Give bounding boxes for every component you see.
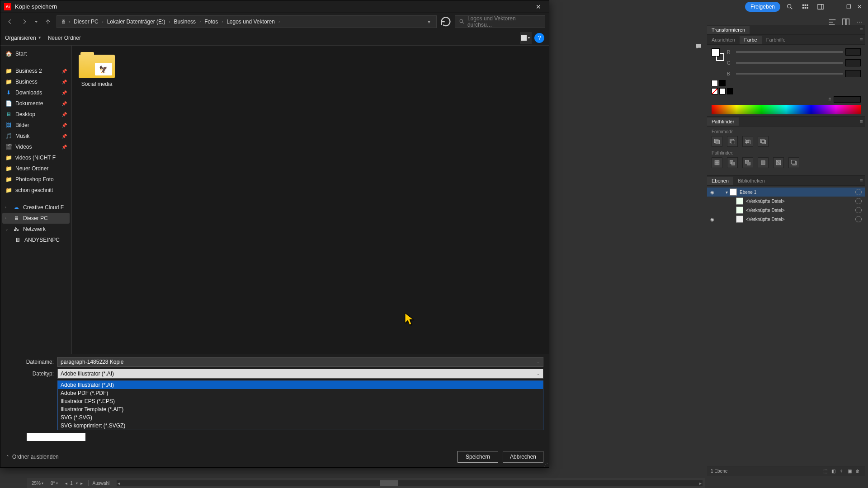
- target-icon[interactable]: [855, 189, 862, 195]
- sidebar-item[interactable]: 📁Photoshop Foto: [2, 174, 70, 185]
- panel-menu-icon[interactable]: ≡: [857, 27, 865, 33]
- unite-icon[interactable]: [712, 136, 722, 147]
- rotate-dropdown[interactable]: 0°▾: [49, 481, 60, 486]
- sidebar-item[interactable]: ⬇Downloads📌: [2, 87, 70, 98]
- visibility-icon[interactable]: ◉: [707, 190, 717, 195]
- make-clipping-icon[interactable]: ◧: [829, 467, 837, 475]
- sidebar-tree-item[interactable]: ›🖥Dieser PC: [2, 213, 70, 224]
- comments-icon[interactable]: [693, 41, 704, 52]
- breadcrumb-seg[interactable]: Fotos: [203, 18, 220, 26]
- sidebar-item[interactable]: 🎵Musik📌: [2, 131, 70, 141]
- color-spectrum[interactable]: [712, 105, 861, 114]
- file-list[interactable]: 🦅 Social media: [72, 46, 549, 354]
- help-button[interactable]: ?: [534, 33, 544, 43]
- fill-stroke-swatch[interactable]: [712, 48, 724, 61]
- breadcrumb-dropdown[interactable]: ▾: [425, 19, 434, 25]
- filetype-option[interactable]: Adobe Illustrator (*.AI): [58, 381, 543, 389]
- filename-input[interactable]: paragraph-1485228 Kopie⌄: [57, 357, 543, 367]
- outline-icon[interactable]: [773, 157, 784, 168]
- minus-back-icon[interactable]: [788, 157, 799, 168]
- tab-align[interactable]: Ausrichten: [707, 36, 740, 44]
- visibility-icon[interactable]: ◉: [707, 217, 717, 222]
- minus-front-icon[interactable]: [727, 136, 738, 147]
- target-icon[interactable]: [855, 198, 862, 204]
- resize-grip[interactable]: ⋰: [543, 464, 548, 466]
- new-folder-button[interactable]: Neuer Ordner: [48, 35, 81, 41]
- filetype-select[interactable]: Adobe Illustrator (*.AI)⌄: [57, 369, 543, 379]
- crop-icon[interactable]: [758, 157, 769, 168]
- breadcrumb-seg[interactable]: Business: [172, 18, 198, 26]
- h-scrollbar[interactable]: ◂▸: [117, 480, 703, 486]
- artboard-nav[interactable]: ◂ 1 ▾ ▸: [63, 481, 85, 486]
- breadcrumb-seg[interactable]: Dieser PC: [72, 18, 100, 26]
- r-slider[interactable]: [736, 51, 843, 53]
- close-button[interactable]: ✕: [532, 2, 545, 12]
- breadcrumb-seg[interactable]: Lokaler Datenträger (E:): [105, 18, 167, 26]
- delete-layer-icon[interactable]: 🗑: [854, 467, 862, 475]
- save-button[interactable]: Speichern: [458, 451, 498, 463]
- pin-icon[interactable]: 📌: [61, 134, 67, 139]
- sublayer-name[interactable]: <Verknüpfte Datei>: [746, 217, 855, 222]
- sidebar-item[interactable]: 🖼Bilder📌: [2, 120, 70, 131]
- sidebar-item[interactable]: 📁schon geschnitt: [2, 185, 70, 196]
- pin-icon[interactable]: 📌: [61, 69, 67, 74]
- new-layer-icon[interactable]: ▣: [845, 467, 854, 475]
- expand-icon[interactable]: ›: [5, 205, 9, 210]
- share-button[interactable]: Freigeben: [745, 2, 780, 12]
- expand-icon[interactable]: ›: [5, 216, 9, 221]
- b-value[interactable]: [845, 70, 861, 77]
- hex-input[interactable]: [834, 96, 861, 103]
- panel-menu-icon[interactable]: ≡: [857, 37, 865, 43]
- up-button[interactable]: [42, 16, 54, 28]
- pin-icon[interactable]: 📌: [61, 123, 67, 128]
- tab-libraries[interactable]: Bibliotheken: [733, 177, 769, 185]
- refresh-button[interactable]: [439, 15, 452, 28]
- layer-row[interactable]: ◉ <Verknüpfte Datei>: [707, 215, 865, 224]
- filetype-option[interactable]: SVG (*.SVG): [58, 413, 543, 422]
- arrange-icon[interactable]: [799, 1, 811, 13]
- window-restore[interactable]: ❐: [844, 2, 854, 12]
- sublayer-name[interactable]: <Verknüpfte Datei>: [746, 208, 855, 213]
- search-icon[interactable]: [784, 1, 796, 13]
- sidebar-tree-item[interactable]: ⌄🖧Netzwerk: [2, 224, 70, 235]
- sidebar-item[interactable]: 📄Dokumente📌: [2, 98, 70, 109]
- layer-name[interactable]: Ebene 1: [740, 190, 855, 195]
- tab-layers[interactable]: Ebenen: [707, 177, 733, 185]
- sidebar-item[interactable]: 🎬Videos📌: [2, 141, 70, 152]
- zoom-dropdown[interactable]: 25%▾: [30, 481, 45, 486]
- pin-icon[interactable]: 📌: [61, 101, 67, 106]
- hide-folders-toggle[interactable]: ⌃Ordner ausblenden: [6, 454, 59, 460]
- exclude-icon[interactable]: [758, 136, 769, 147]
- filetype-option[interactable]: SVG komprimiert (*.SVGZ): [58, 422, 543, 430]
- window-close[interactable]: ✕: [854, 2, 864, 12]
- white-swatch[interactable]: [719, 88, 726, 94]
- intersect-icon[interactable]: [742, 136, 753, 147]
- b-slider[interactable]: [736, 73, 843, 75]
- merge-icon[interactable]: [742, 157, 753, 168]
- organize-button[interactable]: Organisieren▼: [5, 35, 42, 41]
- target-icon[interactable]: [855, 216, 862, 222]
- mini-swatch[interactable]: [712, 80, 718, 86]
- sidebar-item[interactable]: 📁videos (NICHT F: [2, 152, 70, 163]
- panel-menu-icon[interactable]: ≡: [857, 178, 865, 184]
- trim-icon[interactable]: [727, 157, 738, 168]
- tab-color[interactable]: Farbe: [740, 36, 762, 44]
- sidebar-tree-child[interactable]: 🖥ANDYSEINPC: [2, 235, 70, 245]
- recent-dropdown[interactable]: [33, 16, 39, 28]
- pin-icon[interactable]: 📌: [61, 145, 67, 150]
- tab-transform[interactable]: Transformieren: [707, 26, 750, 34]
- layer-row[interactable]: <Verknüpfte Datei>: [707, 206, 865, 215]
- divide-icon[interactable]: [712, 157, 722, 168]
- cancel-button[interactable]: Abbrechen: [503, 451, 543, 463]
- locate-layer-icon[interactable]: ⬚: [821, 467, 829, 475]
- sidebar-item[interactable]: 📁Neuer Ordner: [2, 163, 70, 174]
- black-swatch[interactable]: [727, 88, 733, 94]
- pin-icon[interactable]: 📌: [61, 90, 67, 95]
- breadcrumb-seg[interactable]: Logos und Vektoren: [225, 18, 277, 26]
- filetype-dropdown[interactable]: Adobe Illustrator (*.AI) Adobe PDF (*.PD…: [57, 380, 543, 430]
- filetype-option[interactable]: Illustrator Template (*.AIT): [58, 405, 543, 413]
- sidebar-item[interactable]: 📁Business📌: [2, 76, 70, 87]
- sidebar-item-start[interactable]: 🏠Start: [2, 48, 70, 59]
- r-value[interactable]: [845, 48, 861, 56]
- tab-colorguide[interactable]: Farbhilfe: [762, 36, 790, 44]
